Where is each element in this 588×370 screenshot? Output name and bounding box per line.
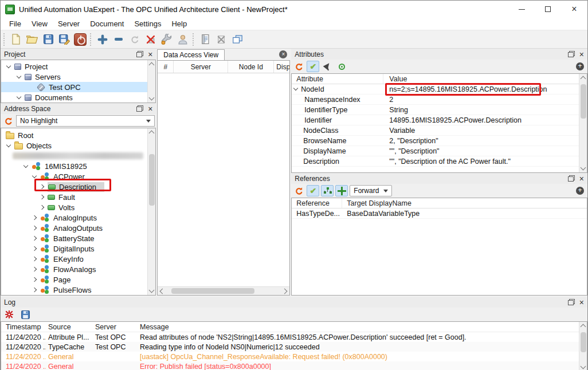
log-scrollbar[interactable] xyxy=(579,322,587,370)
tree-item-16mis18925[interactable]: 16MIS18925 xyxy=(1,161,155,171)
menu-document[interactable]: Document xyxy=(85,18,129,29)
log-row[interactable]: 11/24/2020 ... General [uastack] OpcUa_C… xyxy=(1,352,587,361)
tree-item-batterystate[interactable]: BatteryState xyxy=(1,233,155,243)
expand-all-icon[interactable]: + xyxy=(576,62,584,70)
tree-item-acpower[interactable]: ACPower xyxy=(1,171,155,182)
attribute-row-identifier[interactable]: Identifier 14895.16MIS18925.ACPower.Desc… xyxy=(292,115,587,125)
refresh-disabled-button[interactable] xyxy=(127,32,143,48)
show-windows-button[interactable] xyxy=(229,32,245,48)
remove-server-button[interactable] xyxy=(111,32,127,48)
close-panel-icon[interactable]: × xyxy=(579,50,584,58)
rebrowse-button[interactable] xyxy=(2,115,14,127)
column-header-server[interactable]: Server xyxy=(93,323,138,331)
chevron-right-icon[interactable] xyxy=(32,246,37,251)
reference-row-hastypedefinition[interactable]: HasTypeDe... BaseDataVariableType xyxy=(292,208,587,219)
chevron-down-icon[interactable] xyxy=(17,94,21,99)
auto-update-toggle[interactable]: ✔ xyxy=(307,185,319,196)
scroll-up-icon[interactable] xyxy=(581,324,586,330)
tree-item-description[interactable]: Description xyxy=(1,182,155,192)
attributes-scrollbar[interactable] xyxy=(579,74,587,172)
tree-item-flowanalogs[interactable]: FlowAnalogs xyxy=(1,264,155,274)
column-header-displayname[interactable]: Displa xyxy=(274,61,289,73)
maximize-button[interactable] xyxy=(535,1,561,18)
attribute-row-displayname[interactable]: DisplayName "", "Description" xyxy=(292,146,587,156)
menu-view[interactable]: View xyxy=(26,18,53,29)
address-space-scrollbar[interactable] xyxy=(147,128,155,295)
tree-item-digitalinputs[interactable]: DigitalInputs xyxy=(1,243,155,254)
chevron-right-icon[interactable] xyxy=(32,288,37,292)
column-header-nodeid[interactable]: Node Id xyxy=(228,61,274,73)
clear-log-button[interactable] xyxy=(3,309,15,320)
attribute-row-namespaceindex[interactable]: NamespaceIndex 2 xyxy=(292,95,587,105)
data-access-hscrollbar[interactable] xyxy=(158,286,289,295)
tree-item-test-opc[interactable]: Test OPC xyxy=(1,82,155,92)
menu-server[interactable]: Server xyxy=(53,18,85,29)
chevron-right-icon[interactable] xyxy=(32,236,37,241)
chevron-down-icon[interactable] xyxy=(17,73,21,78)
refresh-attributes-button[interactable] xyxy=(292,61,305,72)
scroll-right-icon[interactable] xyxy=(282,288,288,294)
delete-button[interactable] xyxy=(143,32,159,48)
save-log-button[interactable] xyxy=(19,309,32,320)
auto-refresh-toggle[interactable]: ✔ xyxy=(307,61,319,72)
expand-all-icon[interactable]: + xyxy=(576,187,584,195)
scroll-thumb[interactable] xyxy=(581,84,586,119)
tree-item-analogoutputs[interactable]: AnalogOutputs xyxy=(1,223,155,233)
scroll-up-icon[interactable] xyxy=(149,62,155,68)
tab-data-access-view[interactable]: Data Access View xyxy=(157,49,225,60)
attribute-row-nodeid[interactable]: NodeId ns=2;s=14895.16MIS18925.ACPower.D… xyxy=(292,84,587,95)
tree-item-ekeyinfo[interactable]: EKeyInfo xyxy=(1,254,155,264)
attribute-row-identifiertype[interactable]: IdentifierType String xyxy=(292,105,587,115)
chevron-right-icon[interactable] xyxy=(40,184,44,189)
column-header-index[interactable]: # xyxy=(158,61,174,73)
save-project-button[interactable] xyxy=(40,32,56,48)
new-document-button[interactable] xyxy=(8,32,24,48)
open-project-button[interactable] xyxy=(24,32,40,48)
attribute-row-description[interactable]: Description "", "Description of the AC P… xyxy=(292,156,587,167)
scroll-down-icon[interactable] xyxy=(581,165,586,171)
chevron-right-icon[interactable] xyxy=(40,195,44,199)
tab-close-icon[interactable]: × xyxy=(279,50,287,58)
remove-document-button[interactable] xyxy=(213,32,229,48)
close-panel-icon[interactable]: × xyxy=(579,298,584,306)
tree-item-fault[interactable]: Fault xyxy=(1,192,155,202)
chevron-right-icon[interactable] xyxy=(32,277,37,282)
log-row[interactable]: 11/24/2020 ... General Error: Publish fa… xyxy=(1,361,587,370)
close-button[interactable]: × xyxy=(561,1,587,18)
column-header-reference[interactable]: Reference xyxy=(292,198,342,208)
chevron-down-icon[interactable] xyxy=(6,63,11,68)
tree-item-documents[interactable]: Documents xyxy=(1,92,155,103)
scroll-left-icon[interactable] xyxy=(160,288,166,294)
close-panel-icon[interactable]: × xyxy=(579,175,584,183)
column-header-timestamp[interactable]: Timestamp xyxy=(1,323,46,331)
tree-item-project[interactable]: Project xyxy=(1,61,155,72)
tree-item-volts[interactable]: Volts xyxy=(1,202,155,212)
menu-file[interactable]: File xyxy=(4,18,26,29)
scroll-down-icon[interactable] xyxy=(581,364,586,369)
tree-item-page[interactable]: Page xyxy=(1,274,155,285)
float-panel-icon[interactable] xyxy=(568,175,575,182)
float-panel-icon[interactable] xyxy=(136,105,143,112)
close-panel-icon[interactable]: × xyxy=(148,105,152,113)
disconnect-server-button[interactable] xyxy=(72,32,88,48)
scroll-down-icon[interactable] xyxy=(149,95,155,101)
refresh-references-button[interactable] xyxy=(292,185,305,196)
chevron-down-icon[interactable] xyxy=(23,163,28,167)
chevron-down-icon[interactable] xyxy=(293,86,298,90)
float-panel-icon[interactable] xyxy=(568,299,575,305)
column-header-message[interactable]: Message xyxy=(138,323,587,331)
menu-settings[interactable]: Settings xyxy=(129,18,166,29)
scroll-thumb[interactable] xyxy=(171,288,254,294)
close-panel-icon[interactable]: × xyxy=(148,50,152,58)
log-row[interactable]: 11/24/2020 ... Attribute Pl... Test OPC … xyxy=(1,332,587,342)
save-project-as-button[interactable] xyxy=(56,32,72,48)
chevron-right-icon[interactable] xyxy=(32,267,37,271)
chevron-right-icon[interactable] xyxy=(32,215,37,220)
scroll-thumb[interactable] xyxy=(581,332,586,352)
attribute-row-browsename[interactable]: BrowseName 2, "Description" xyxy=(292,136,587,146)
column-header-source[interactable]: Source xyxy=(46,323,93,331)
direction-dropdown[interactable]: Forward xyxy=(350,185,392,196)
scroll-up-icon[interactable] xyxy=(581,76,586,82)
tree-item-servers[interactable]: Servers xyxy=(1,72,155,82)
log-row[interactable]: 11/24/2020 ... TypeCache Test OPC Readin… xyxy=(1,342,587,352)
